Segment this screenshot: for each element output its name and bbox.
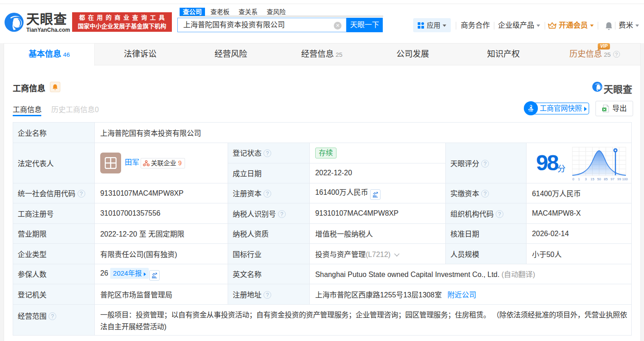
svg-text:0: 0 xyxy=(572,177,574,181)
svg-text:85: 85 xyxy=(604,177,608,181)
svg-text:99: 99 xyxy=(617,177,621,181)
svg-text:97: 97 xyxy=(610,177,614,181)
svg-text:1: 1 xyxy=(578,177,580,181)
svg-text:15: 15 xyxy=(590,177,594,181)
svg-text:50: 50 xyxy=(597,177,601,181)
svg-text:100: 100 xyxy=(622,177,628,181)
svg-text:3: 3 xyxy=(585,177,586,181)
